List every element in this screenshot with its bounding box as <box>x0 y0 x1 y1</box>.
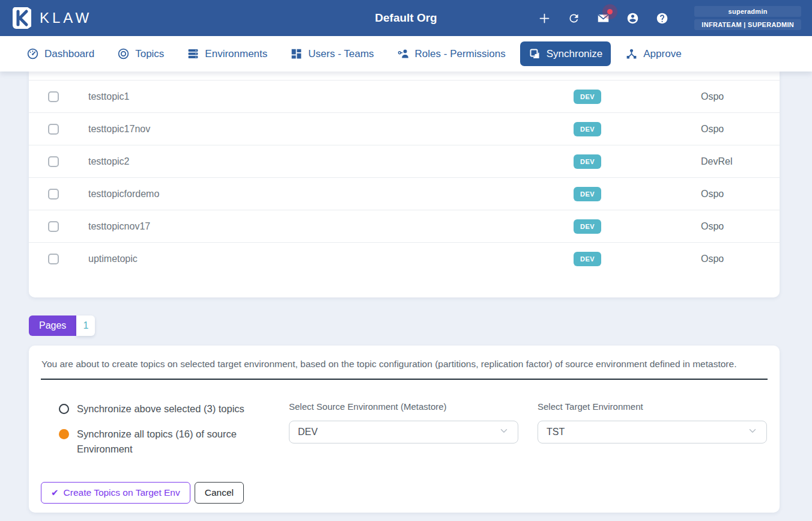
target-environment-label: Select Target Environment <box>538 401 767 412</box>
sync-instruction: You are about to create topics on select… <box>41 359 768 370</box>
dashboard-gauge-icon <box>26 47 39 60</box>
table-row: testtopic1 DEV Ospo <box>29 80 780 112</box>
nav-label: Dashboard <box>44 48 94 60</box>
topic-name: uptimetopic <box>88 254 574 264</box>
environments-server-icon <box>187 47 199 60</box>
users-teams-grid-icon <box>290 47 303 60</box>
team-name: Ospo <box>701 91 760 102</box>
source-environment-select[interactable]: DEV <box>289 421 518 443</box>
nav-item-approve[interactable]: Approve <box>617 41 689 66</box>
brand-name: KLAW <box>40 10 92 26</box>
target-environment-value: TST <box>547 427 565 437</box>
env-badge: DEV <box>574 187 601 201</box>
table-row: testtopicfordemo DEV Ospo <box>29 177 780 210</box>
topics-target-icon <box>117 47 130 60</box>
main-nav: Dashboard Topics Environments Users - Te… <box>0 36 812 72</box>
mail-icon[interactable] <box>596 11 610 25</box>
user-chip: superadmin INFRATEAM | SUPERADMIN <box>694 6 801 30</box>
source-environment-group: Select Source Environment (Metastore) DE… <box>289 401 518 457</box>
help-icon[interactable] <box>655 11 668 25</box>
nav-item-synchronize[interactable]: Synchronize <box>520 41 611 66</box>
nav-label: Environments <box>205 48 267 60</box>
env-badge: DEV <box>574 154 601 169</box>
radio-unselected-icon <box>59 404 69 414</box>
nav-item-users-teams[interactable]: Users - Teams <box>282 41 382 66</box>
pagination-bar: Pages 1 <box>29 315 812 336</box>
sync-actions: ✔ Create Topics on Target Env Cancel <box>41 482 768 504</box>
topic-name: testtopic1 <box>88 91 574 102</box>
team-name: Ospo <box>701 189 760 200</box>
nav-item-topics[interactable]: Topics <box>109 41 172 66</box>
radio-sync-selected-topics[interactable]: Synchronize above selected (3) topics <box>59 401 289 416</box>
username[interactable]: superadmin <box>694 6 801 17</box>
source-environment-label: Select Source Environment (Metastore) <box>289 401 518 412</box>
nav-label: Approve <box>643 48 681 60</box>
chevron-down-icon <box>747 425 758 439</box>
page-number-button[interactable]: 1 <box>76 315 95 336</box>
nav-label: Users - Teams <box>308 48 374 60</box>
team-name: Ospo <box>701 124 760 135</box>
env-badge: DEV <box>574 90 601 104</box>
chevron-down-icon <box>498 425 509 439</box>
nav-item-roles-permissions[interactable]: Roles - Permissions <box>389 41 514 66</box>
divider <box>41 379 768 380</box>
topics-table-card: testtopic1 DEV Ospo testtopic17nov DEV O… <box>29 72 780 297</box>
target-environment-select[interactable]: TST <box>538 421 767 443</box>
table-row: uptimetopic DEV Ospo <box>29 242 780 275</box>
source-environment-value: DEV <box>298 427 318 437</box>
sync-mode-radio-group: Synchronize above selected (3) topics Sy… <box>59 401 289 457</box>
topic-name: testtopic2 <box>88 156 574 167</box>
table-row: testtopic2 DEV DevRel <box>29 145 780 177</box>
add-icon[interactable] <box>538 11 551 25</box>
synchronize-copy-icon <box>529 47 541 60</box>
team-name: Ospo <box>701 254 760 264</box>
topic-name: testtopicnov17 <box>88 221 574 232</box>
klaw-logo-icon <box>12 7 32 29</box>
check-icon: ✔ <box>51 487 59 498</box>
nav-label: Synchronize <box>547 48 603 60</box>
create-topics-label: Create Topics on Target Env <box>64 487 180 498</box>
env-badge: DEV <box>574 252 601 266</box>
refresh-icon[interactable] <box>567 11 580 25</box>
team-name: Ospo <box>701 221 760 232</box>
nav-item-environments[interactable]: Environments <box>178 41 276 66</box>
app-header: KLAW Default Org superadmin INFRATEAM | … <box>0 0 812 36</box>
klaw-logo[interactable]: KLAW <box>12 7 92 29</box>
nav-label: Topics <box>135 48 164 60</box>
roles-permissions-icon <box>397 47 410 60</box>
radio-label: Synchronize all topics (16) of source En… <box>77 427 263 457</box>
target-environment-group: Select Target Environment TST <box>538 401 767 457</box>
create-topics-button[interactable]: ✔ Create Topics on Target Env <box>41 482 190 504</box>
topic-name: testtopic17nov <box>88 124 574 135</box>
header-actions: superadmin INFRATEAM | SUPERADMIN <box>538 6 801 30</box>
synchronize-panel: You are about to create topics on select… <box>29 346 780 513</box>
nav-item-dashboard[interactable]: Dashboard <box>18 41 103 66</box>
table-row: testtopicnov17 DEV Ospo <box>29 210 780 242</box>
nav-label: Roles - Permissions <box>415 48 506 60</box>
sync-form: Synchronize above selected (3) topics Sy… <box>41 401 768 457</box>
row-checkbox[interactable] <box>48 221 59 232</box>
radio-selected-icon <box>59 429 69 439</box>
row-checkbox[interactable] <box>48 254 59 264</box>
cancel-button[interactable]: Cancel <box>195 482 244 504</box>
row-checkbox[interactable] <box>48 91 59 102</box>
account-icon[interactable] <box>626 11 639 25</box>
row-checkbox[interactable] <box>48 124 59 135</box>
env-badge: DEV <box>574 122 601 136</box>
radio-sync-all-topics[interactable]: Synchronize all topics (16) of source En… <box>59 427 289 457</box>
topic-name: testtopicfordemo <box>88 189 574 200</box>
row-checkbox[interactable] <box>48 156 59 167</box>
approve-hub-icon <box>625 47 638 60</box>
row-checkbox[interactable] <box>48 189 59 200</box>
table-row: testtopic17nov DEV Ospo <box>29 112 780 145</box>
env-badge: DEV <box>574 219 601 234</box>
team-name: DevRel <box>701 156 760 167</box>
user-team-role[interactable]: INFRATEAM | SUPERADMIN <box>694 19 801 30</box>
radio-label: Synchronize above selected (3) topics <box>77 401 244 416</box>
pages-label-button[interactable]: Pages <box>29 315 76 336</box>
